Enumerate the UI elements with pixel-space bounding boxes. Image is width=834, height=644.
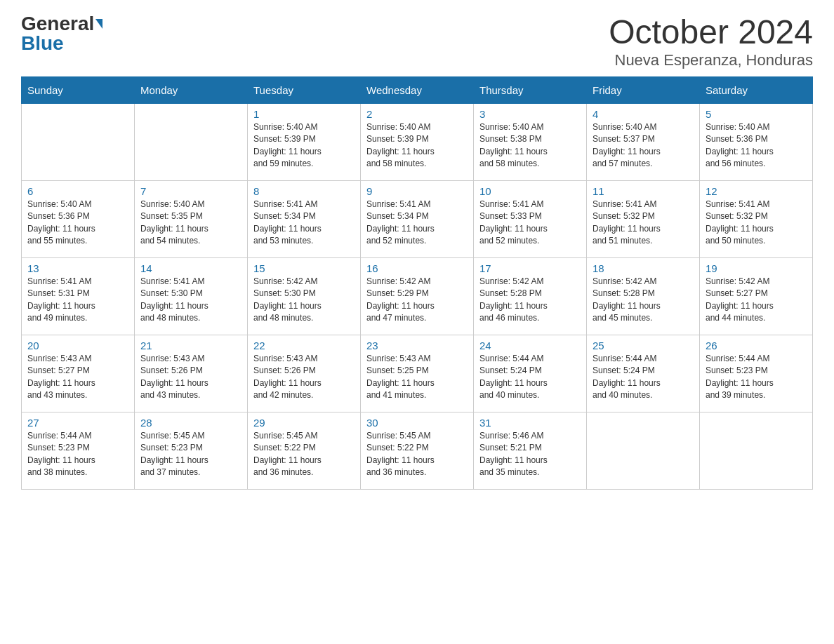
calendar-header-friday: Friday	[587, 76, 700, 103]
day-info: Sunrise: 5:41 AM Sunset: 5:32 PM Dayligh…	[593, 199, 694, 248]
day-info: Sunrise: 5:40 AM Sunset: 5:35 PM Dayligh…	[140, 199, 241, 248]
day-number: 11	[593, 185, 694, 197]
logo-general: General	[21, 14, 94, 34]
page-subtitle: Nueva Esperanza, Honduras	[609, 51, 813, 69]
page-title: October 2024	[609, 14, 813, 51]
day-number: 24	[479, 340, 581, 351]
day-info: Sunrise: 5:45 AM Sunset: 5:23 PM Dayligh…	[140, 430, 241, 479]
calendar-cell: 9Sunrise: 5:41 AM Sunset: 5:34 PM Daylig…	[361, 180, 474, 257]
calendar-cell: 18Sunrise: 5:42 AM Sunset: 5:28 PM Dayli…	[587, 257, 700, 335]
day-number: 12	[706, 185, 807, 197]
day-info: Sunrise: 5:40 AM Sunset: 5:38 PM Dayligh…	[479, 121, 581, 170]
calendar-header-tuesday: Tuesday	[248, 76, 361, 103]
calendar-cell: 25Sunrise: 5:44 AM Sunset: 5:24 PM Dayli…	[587, 335, 700, 412]
calendar-cell: 26Sunrise: 5:44 AM Sunset: 5:23 PM Dayli…	[700, 335, 813, 412]
day-info: Sunrise: 5:45 AM Sunset: 5:22 PM Dayligh…	[253, 430, 355, 479]
day-number: 16	[366, 262, 468, 274]
calendar-cell: 12Sunrise: 5:41 AM Sunset: 5:32 PM Dayli…	[700, 180, 813, 257]
day-info: Sunrise: 5:43 AM Sunset: 5:26 PM Dayligh…	[140, 353, 241, 402]
day-info: Sunrise: 5:44 AM Sunset: 5:23 PM Dayligh…	[706, 353, 807, 402]
day-number: 23	[366, 340, 468, 351]
day-number: 25	[593, 340, 694, 351]
calendar-cell: 4Sunrise: 5:40 AM Sunset: 5:37 PM Daylig…	[587, 103, 700, 180]
calendar-header-thursday: Thursday	[474, 76, 587, 103]
day-number: 1	[253, 108, 355, 120]
calendar-cell	[587, 412, 700, 489]
calendar-cell: 8Sunrise: 5:41 AM Sunset: 5:34 PM Daylig…	[248, 180, 361, 257]
calendar-cell: 29Sunrise: 5:45 AM Sunset: 5:22 PM Dayli…	[248, 412, 361, 489]
calendar-header-wednesday: Wednesday	[361, 76, 474, 103]
day-number: 10	[479, 185, 581, 197]
calendar-cell: 16Sunrise: 5:42 AM Sunset: 5:29 PM Dayli…	[361, 257, 474, 335]
day-info: Sunrise: 5:41 AM Sunset: 5:34 PM Dayligh…	[366, 199, 468, 248]
day-number: 29	[253, 417, 355, 429]
day-number: 7	[140, 185, 241, 197]
calendar-cell: 31Sunrise: 5:46 AM Sunset: 5:21 PM Dayli…	[474, 412, 587, 489]
day-number: 8	[253, 185, 355, 197]
day-info: Sunrise: 5:42 AM Sunset: 5:29 PM Dayligh…	[366, 276, 468, 325]
day-info: Sunrise: 5:41 AM Sunset: 5:31 PM Dayligh…	[27, 276, 128, 325]
day-number: 14	[140, 262, 241, 274]
calendar-cell: 15Sunrise: 5:42 AM Sunset: 5:30 PM Dayli…	[248, 257, 361, 335]
day-info: Sunrise: 5:41 AM Sunset: 5:34 PM Dayligh…	[253, 199, 355, 248]
day-number: 28	[140, 417, 241, 429]
day-number: 17	[479, 262, 581, 274]
day-number: 30	[366, 417, 468, 429]
day-number: 15	[253, 262, 355, 274]
calendar-cell: 28Sunrise: 5:45 AM Sunset: 5:23 PM Dayli…	[135, 412, 248, 489]
day-number: 18	[593, 262, 694, 274]
day-info: Sunrise: 5:40 AM Sunset: 5:37 PM Dayligh…	[593, 121, 694, 170]
calendar-cell: 20Sunrise: 5:43 AM Sunset: 5:27 PM Dayli…	[22, 335, 135, 412]
calendar-cell: 7Sunrise: 5:40 AM Sunset: 5:35 PM Daylig…	[135, 180, 248, 257]
calendar-cell: 23Sunrise: 5:43 AM Sunset: 5:25 PM Dayli…	[361, 335, 474, 412]
calendar-header-sunday: Sunday	[22, 76, 135, 103]
calendar-cell: 21Sunrise: 5:43 AM Sunset: 5:26 PM Dayli…	[135, 335, 248, 412]
calendar-cell: 3Sunrise: 5:40 AM Sunset: 5:38 PM Daylig…	[474, 103, 587, 180]
day-number: 6	[27, 185, 128, 197]
logo: General Blue	[21, 14, 102, 53]
calendar-cell: 22Sunrise: 5:43 AM Sunset: 5:26 PM Dayli…	[248, 335, 361, 412]
calendar-header-monday: Monday	[135, 76, 248, 103]
day-info: Sunrise: 5:42 AM Sunset: 5:30 PM Dayligh…	[253, 276, 355, 325]
day-info: Sunrise: 5:41 AM Sunset: 5:33 PM Dayligh…	[479, 199, 581, 248]
calendar-cell	[135, 103, 248, 180]
calendar-cell	[700, 412, 813, 489]
day-info: Sunrise: 5:42 AM Sunset: 5:28 PM Dayligh…	[593, 276, 694, 325]
page-header: General Blue October 2024 Nueva Esperanz…	[21, 14, 813, 69]
calendar-table: SundayMondayTuesdayWednesdayThursdayFrid…	[21, 76, 813, 490]
day-info: Sunrise: 5:42 AM Sunset: 5:27 PM Dayligh…	[706, 276, 807, 325]
calendar-cell: 2Sunrise: 5:40 AM Sunset: 5:39 PM Daylig…	[361, 103, 474, 180]
day-info: Sunrise: 5:44 AM Sunset: 5:24 PM Dayligh…	[479, 353, 581, 402]
calendar-cell: 5Sunrise: 5:40 AM Sunset: 5:36 PM Daylig…	[700, 103, 813, 180]
day-info: Sunrise: 5:45 AM Sunset: 5:22 PM Dayligh…	[366, 430, 468, 479]
day-info: Sunrise: 5:40 AM Sunset: 5:39 PM Dayligh…	[366, 121, 468, 170]
day-number: 4	[593, 108, 694, 120]
day-info: Sunrise: 5:40 AM Sunset: 5:36 PM Dayligh…	[27, 199, 128, 248]
day-number: 26	[706, 340, 807, 351]
day-info: Sunrise: 5:44 AM Sunset: 5:24 PM Dayligh…	[593, 353, 694, 402]
day-number: 19	[706, 262, 807, 274]
calendar-cell: 6Sunrise: 5:40 AM Sunset: 5:36 PM Daylig…	[22, 180, 135, 257]
day-info: Sunrise: 5:46 AM Sunset: 5:21 PM Dayligh…	[479, 430, 581, 479]
day-number: 20	[27, 340, 128, 351]
day-info: Sunrise: 5:42 AM Sunset: 5:28 PM Dayligh…	[479, 276, 581, 325]
calendar-cell: 13Sunrise: 5:41 AM Sunset: 5:31 PM Dayli…	[22, 257, 135, 335]
day-number: 21	[140, 340, 241, 351]
day-info: Sunrise: 5:43 AM Sunset: 5:26 PM Dayligh…	[253, 353, 355, 402]
day-number: 22	[253, 340, 355, 351]
day-info: Sunrise: 5:43 AM Sunset: 5:25 PM Dayligh…	[366, 353, 468, 402]
day-number: 2	[366, 108, 468, 120]
day-info: Sunrise: 5:41 AM Sunset: 5:32 PM Dayligh…	[706, 199, 807, 248]
calendar-cell: 10Sunrise: 5:41 AM Sunset: 5:33 PM Dayli…	[474, 180, 587, 257]
calendar-header-saturday: Saturday	[700, 76, 813, 103]
calendar-header-row: SundayMondayTuesdayWednesdayThursdayFrid…	[22, 76, 813, 103]
day-number: 9	[366, 185, 468, 197]
calendar-cell: 19Sunrise: 5:42 AM Sunset: 5:27 PM Dayli…	[700, 257, 813, 335]
calendar-week-row: 1Sunrise: 5:40 AM Sunset: 5:39 PM Daylig…	[22, 103, 813, 180]
day-info: Sunrise: 5:41 AM Sunset: 5:30 PM Dayligh…	[140, 276, 241, 325]
day-number: 31	[479, 417, 581, 429]
day-number: 13	[27, 262, 128, 274]
calendar-week-row: 27Sunrise: 5:44 AM Sunset: 5:23 PM Dayli…	[22, 412, 813, 489]
calendar-cell	[22, 103, 135, 180]
calendar-cell: 30Sunrise: 5:45 AM Sunset: 5:22 PM Dayli…	[361, 412, 474, 489]
